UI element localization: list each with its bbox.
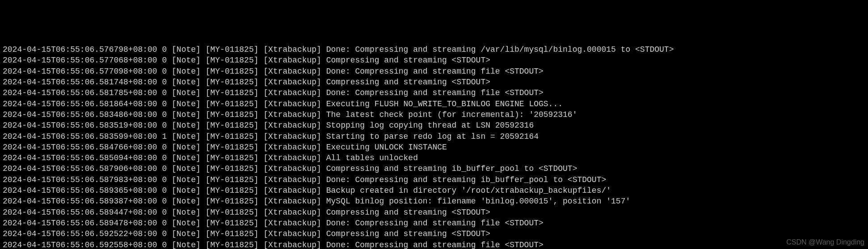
log-timestamp: 2024-04-15T06:55:06.577098+08:00: [3, 66, 157, 77]
log-message: Compressing and streaming <STDOUT>: [321, 55, 490, 66]
log-timestamp: 2024-04-15T06:55:06.587983+08:00: [3, 174, 157, 185]
log-message: The latest check point (for incremental)…: [321, 109, 577, 120]
log-code: [MY-011825]: [201, 207, 259, 218]
log-component: [Xtrabackup]: [259, 44, 321, 55]
terminal-log: 2024-04-15T06:55:06.576798+08:00 0 [Note…: [3, 44, 865, 249]
log-timestamp: 2024-04-15T06:55:06.589447+08:00: [3, 207, 157, 218]
log-line: 2024-04-15T06:55:06.589387+08:00 0 [Note…: [3, 196, 865, 207]
log-level: [Note]: [172, 77, 201, 87]
log-timestamp: 2024-04-15T06:55:06.583599+08:00: [3, 131, 157, 142]
log-line: 2024-04-15T06:55:06.581748+08:00 0 [Note…: [3, 77, 865, 87]
log-thread-id: 0: [157, 44, 172, 55]
log-timestamp: 2024-04-15T06:55:06.584766+08:00: [3, 142, 157, 153]
log-code: [MY-011825]: [201, 185, 259, 196]
log-message: Executing UNLOCK INSTANCE: [321, 142, 447, 153]
log-line: 2024-04-15T06:55:06.577098+08:00 0 [Note…: [3, 66, 865, 77]
log-timestamp: 2024-04-15T06:55:06.577068+08:00: [3, 55, 157, 66]
log-thread-id: 0: [157, 120, 172, 131]
log-message: Done: Compressing and streaming file <ST…: [321, 218, 544, 228]
log-level: [Note]: [172, 131, 201, 142]
log-thread-id: 0: [157, 207, 172, 218]
log-level: [Note]: [172, 153, 201, 163]
log-message: Done: Compressing and streaming ib_buffe…: [321, 174, 606, 185]
log-thread-id: 0: [157, 240, 172, 249]
log-level: [Note]: [172, 142, 201, 153]
log-component: [Xtrabackup]: [259, 99, 321, 109]
log-code: [MY-011825]: [201, 196, 259, 207]
log-thread-id: 0: [157, 99, 172, 109]
log-code: [MY-011825]: [201, 218, 259, 228]
log-code: [MY-011825]: [201, 131, 259, 142]
log-code: [MY-011825]: [201, 228, 259, 239]
log-message: Done: Compressing and streaming file <ST…: [321, 240, 544, 249]
log-timestamp: 2024-04-15T06:55:06.592522+08:00: [3, 228, 157, 239]
log-code: [MY-011825]: [201, 99, 259, 109]
log-component: [Xtrabackup]: [259, 240, 321, 249]
log-level: [Note]: [172, 228, 201, 239]
log-code: [MY-011825]: [201, 77, 259, 87]
log-code: [MY-011825]: [201, 120, 259, 131]
log-code: [MY-011825]: [201, 109, 259, 120]
log-component: [Xtrabackup]: [259, 163, 321, 174]
log-level: [Note]: [172, 87, 201, 98]
log-line: 2024-04-15T06:55:06.592522+08:00 0 [Note…: [3, 228, 865, 239]
log-timestamp: 2024-04-15T06:55:06.587906+08:00: [3, 163, 157, 174]
log-thread-id: 0: [157, 163, 172, 174]
log-message: Compressing and streaming <STDOUT>: [321, 77, 490, 87]
log-message: All tables unlocked: [321, 153, 418, 163]
log-timestamp: 2024-04-15T06:55:06.589365+08:00: [3, 185, 157, 196]
log-component: [Xtrabackup]: [259, 174, 321, 185]
log-code: [MY-011825]: [201, 240, 259, 249]
log-level: [Note]: [172, 185, 201, 196]
log-line: 2024-04-15T06:55:06.592558+08:00 0 [Note…: [3, 240, 865, 249]
log-component: [Xtrabackup]: [259, 55, 321, 66]
log-line: 2024-04-15T06:55:06.583486+08:00 0 [Note…: [3, 109, 865, 120]
log-line: 2024-04-15T06:55:06.576798+08:00 0 [Note…: [3, 44, 865, 55]
log-thread-id: 0: [157, 153, 172, 163]
log-level: [Note]: [172, 109, 201, 120]
log-level: [Note]: [172, 55, 201, 66]
log-level: [Note]: [172, 163, 201, 174]
log-timestamp: 2024-04-15T06:55:06.583519+08:00: [3, 120, 157, 131]
log-thread-id: 0: [157, 218, 172, 228]
log-message: Done: Compressing and streaming /var/lib…: [321, 44, 674, 55]
log-timestamp: 2024-04-15T06:55:06.589387+08:00: [3, 196, 157, 207]
log-component: [Xtrabackup]: [259, 87, 321, 98]
log-thread-id: 0: [157, 77, 172, 87]
log-level: [Note]: [172, 196, 201, 207]
log-component: [Xtrabackup]: [259, 207, 321, 218]
log-thread-id: 0: [157, 142, 172, 153]
log-level: [Note]: [172, 66, 201, 77]
log-message: Compressing and streaming ib_buffer_pool…: [321, 163, 577, 174]
log-thread-id: 1: [157, 131, 172, 142]
log-component: [Xtrabackup]: [259, 109, 321, 120]
log-level: [Note]: [172, 240, 201, 249]
log-code: [MY-011825]: [201, 153, 259, 163]
log-thread-id: 0: [157, 228, 172, 239]
log-line: 2024-04-15T06:55:06.581864+08:00 0 [Note…: [3, 99, 865, 109]
log-line: 2024-04-15T06:55:06.583519+08:00 0 [Note…: [3, 120, 865, 131]
log-line: 2024-04-15T06:55:06.589447+08:00 0 [Note…: [3, 207, 865, 218]
log-line: 2024-04-15T06:55:06.583599+08:00 1 [Note…: [3, 131, 865, 142]
log-component: [Xtrabackup]: [259, 66, 321, 77]
log-code: [MY-011825]: [201, 142, 259, 153]
log-code: [MY-011825]: [201, 87, 259, 98]
log-line: 2024-04-15T06:55:06.584766+08:00 0 [Note…: [3, 142, 865, 153]
log-message: Backup created in directory '/root/xtrab…: [321, 185, 611, 196]
log-message: Compressing and streaming <STDOUT>: [321, 207, 490, 218]
log-message: MySQL binlog position: filename 'binlog.…: [321, 196, 630, 207]
log-thread-id: 0: [157, 55, 172, 66]
log-level: [Note]: [172, 218, 201, 228]
log-timestamp: 2024-04-15T06:55:06.581864+08:00: [3, 99, 157, 109]
log-component: [Xtrabackup]: [259, 196, 321, 207]
log-line: 2024-04-15T06:55:06.589478+08:00 0 [Note…: [3, 218, 865, 228]
log-line: 2024-04-15T06:55:06.577068+08:00 0 [Note…: [3, 55, 865, 66]
log-code: [MY-011825]: [201, 66, 259, 77]
log-component: [Xtrabackup]: [259, 142, 321, 153]
log-component: [Xtrabackup]: [259, 218, 321, 228]
log-component: [Xtrabackup]: [259, 153, 321, 163]
log-timestamp: 2024-04-15T06:55:06.583486+08:00: [3, 109, 157, 120]
log-thread-id: 0: [157, 185, 172, 196]
log-line: 2024-04-15T06:55:06.585094+08:00 0 [Note…: [3, 153, 865, 163]
log-timestamp: 2024-04-15T06:55:06.592558+08:00: [3, 240, 157, 249]
